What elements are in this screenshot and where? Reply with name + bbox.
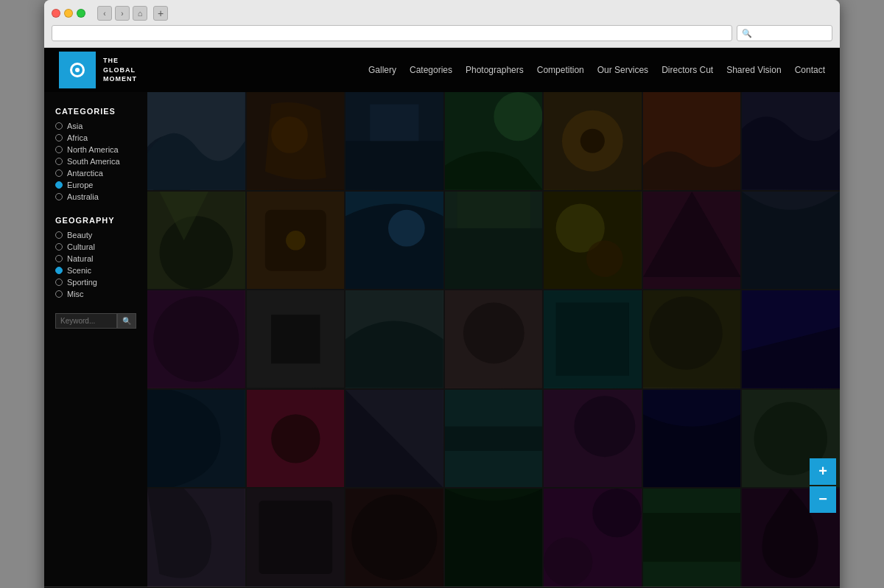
photo-cell[interactable] — [445, 390, 543, 488]
geo-scenic[interactable]: Scenic — [55, 266, 136, 275]
back-button[interactable]: ‹ — [97, 6, 112, 21]
photo-cell[interactable] — [643, 390, 741, 488]
browser-chrome: ‹ › ⌂ + — [44, 0, 840, 48]
photo-cell[interactable] — [445, 290, 543, 388]
browser-window: ‹ › ⌂ + THE GLOBAL MOME — [44, 0, 840, 588]
photo-cell[interactable] — [345, 290, 443, 388]
nav-photographers[interactable]: Photographers — [466, 65, 524, 75]
photo-cell[interactable] — [544, 290, 642, 388]
photo-cell[interactable] — [544, 92, 642, 190]
title-bar: ‹ › ⌂ + — [52, 6, 832, 21]
new-tab-button[interactable]: + — [153, 6, 168, 21]
nav-contact[interactable]: Contact — [795, 65, 825, 75]
category-south-america[interactable]: South America — [55, 157, 136, 166]
photo-cell[interactable] — [147, 489, 245, 587]
photo-cell[interactable] — [247, 390, 345, 488]
nav-directors-cut[interactable]: Directors Cut — [662, 65, 713, 75]
photo-cell[interactable] — [445, 192, 543, 290]
photo-cell[interactable] — [345, 489, 443, 587]
site-content: THE GLOBAL MOMENT Gallery Categories Pho… — [44, 48, 840, 588]
photo-cell[interactable] — [742, 192, 840, 290]
home-button[interactable]: ⌂ — [133, 6, 147, 21]
photo-cell[interactable] — [147, 192, 245, 290]
geo-sporting[interactable]: Sporting — [55, 278, 136, 287]
radio-sporting — [55, 279, 63, 286]
nav-categories[interactable]: Categories — [410, 65, 452, 75]
keyword-search-button[interactable]: 🔍 — [117, 313, 136, 329]
photo-cell[interactable] — [345, 92, 443, 190]
nav-gallery[interactable]: Gallery — [368, 65, 396, 75]
radio-europe — [55, 181, 63, 189]
radio-beauty — [55, 231, 63, 239]
photo-cell[interactable] — [247, 290, 345, 388]
radio-natural — [55, 255, 63, 262]
category-north-america[interactable]: North America — [55, 145, 136, 154]
svg-rect-45 — [445, 426, 543, 450]
label-north-america: North America — [67, 145, 119, 154]
nav-our-services[interactable]: Our Services — [597, 65, 648, 75]
keyword-input[interactable] — [55, 313, 117, 329]
category-antarctica[interactable]: Antarctica — [55, 169, 136, 178]
geo-beauty[interactable]: Beauty — [55, 231, 136, 239]
label-scenic: Scenic — [67, 266, 91, 275]
label-australia: Australia — [67, 192, 99, 201]
forward-button[interactable]: › — [115, 6, 130, 21]
photo-cell[interactable] — [643, 92, 741, 190]
svg-rect-22 — [445, 228, 543, 289]
category-asia[interactable]: Asia — [55, 122, 136, 130]
address-input[interactable] — [52, 25, 732, 41]
photo-cell[interactable] — [345, 390, 443, 488]
geo-cultural[interactable]: Cultural — [55, 242, 136, 251]
minimize-traffic-light[interactable] — [64, 9, 73, 18]
photo-cell[interactable] — [643, 489, 741, 587]
photo-cell[interactable] — [544, 192, 642, 290]
logo-area[interactable]: THE GLOBAL MOMENT — [59, 52, 137, 88]
categories-heading: CATEGORIES — [55, 107, 136, 116]
logo-box — [59, 52, 96, 88]
photo-cell[interactable] — [643, 192, 741, 290]
geo-misc[interactable]: Misc — [55, 290, 136, 298]
svg-rect-23 — [457, 192, 530, 228]
category-australia[interactable]: Australia — [55, 192, 136, 201]
category-europe[interactable]: Europe — [55, 181, 136, 189]
photo-cell[interactable] — [643, 290, 741, 388]
label-antarctica: Antarctica — [67, 169, 103, 178]
svg-point-8 — [494, 92, 542, 141]
photo-cell[interactable] — [247, 92, 345, 190]
photo-cell[interactable] — [147, 290, 245, 388]
nav-shared-vision[interactable]: Shared Vision — [726, 65, 782, 75]
geography-heading: GEOGRAPHY — [55, 216, 136, 225]
photo-cell[interactable] — [445, 92, 543, 190]
radio-misc — [55, 290, 63, 298]
category-africa[interactable]: Africa — [55, 133, 136, 142]
label-cultural: Cultural — [67, 242, 95, 251]
browser-nav: ‹ › ⌂ — [97, 6, 147, 21]
radio-north-america — [55, 146, 63, 153]
photo-cell[interactable] — [742, 290, 840, 388]
photo-cell[interactable] — [544, 390, 642, 488]
svg-rect-5 — [345, 141, 443, 189]
photo-cell[interactable] — [445, 489, 543, 587]
label-misc: Misc — [67, 290, 84, 298]
svg-point-58 — [593, 489, 642, 537]
close-traffic-light[interactable] — [52, 9, 60, 18]
photo-cell[interactable] — [742, 92, 840, 190]
photo-cell[interactable] — [247, 192, 345, 290]
traffic-lights — [52, 9, 85, 18]
photo-cell[interactable] — [345, 192, 443, 290]
geo-natural[interactable]: Natural — [55, 254, 136, 263]
radio-antarctica — [55, 169, 63, 177]
photo-cell[interactable] — [147, 390, 245, 488]
svg-rect-6 — [370, 105, 418, 141]
radio-south-america — [55, 158, 63, 165]
zoom-out-button[interactable]: − — [810, 486, 836, 513]
photo-cell[interactable] — [544, 489, 642, 587]
svg-point-47 — [575, 396, 636, 457]
maximize-traffic-light[interactable] — [77, 9, 85, 18]
zoom-in-button[interactable]: + — [810, 458, 836, 485]
nav-competition[interactable]: Competition — [537, 65, 584, 75]
svg-point-26 — [586, 240, 623, 277]
search-input[interactable] — [737, 25, 832, 41]
photo-cell[interactable] — [247, 489, 345, 587]
photo-cell[interactable] — [147, 92, 245, 190]
